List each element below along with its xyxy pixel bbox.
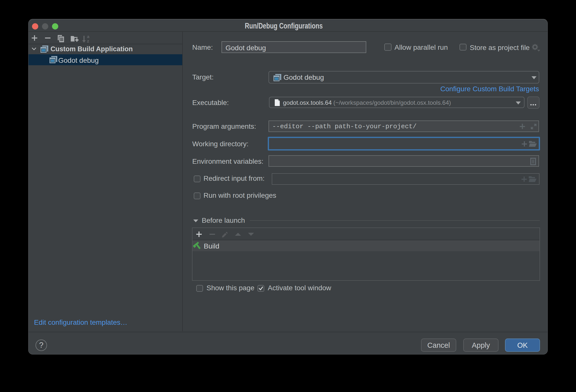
svg-text:z: z [87,39,89,44]
svg-text:a: a [87,34,90,39]
